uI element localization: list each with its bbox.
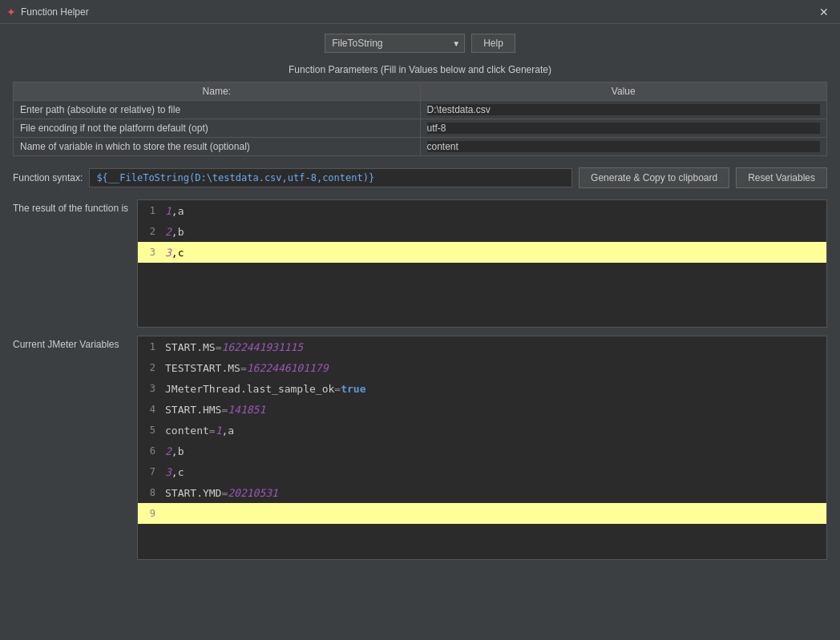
var-content-4: START.HMS=141851 bbox=[162, 402, 826, 417]
var-content-5: content=1,a bbox=[162, 423, 826, 438]
result-code-area: 1 1,a 2 2,b 3 3,c bbox=[137, 199, 827, 328]
help-button[interactable]: Help bbox=[471, 34, 515, 53]
variables-area: 1 START.MS=1622441931115 2 TESTSTART.MS=… bbox=[137, 336, 827, 560]
syntax-row: Function syntax: Generate & Copy to clip… bbox=[13, 167, 827, 188]
var-content-9 bbox=[162, 506, 826, 521]
var-line-7: 7 3,c bbox=[138, 461, 826, 482]
var-line-8: 8 START.YMD=20210531 bbox=[138, 482, 826, 503]
var-num-1: 1 bbox=[138, 341, 162, 352]
table-row: Name of variable in which to store the r… bbox=[14, 138, 827, 156]
result-line-empty bbox=[138, 263, 826, 327]
main-content: FileToString StringFromFile CSVRead Bean… bbox=[0, 24, 840, 570]
var-num-6: 6 bbox=[138, 445, 162, 457]
result-line-1: 1 1,a bbox=[138, 200, 826, 221]
var-num-7: 7 bbox=[138, 466, 162, 477]
var-num-3: 3 bbox=[138, 383, 162, 394]
title-bar: ✦ Function Helper ✕ bbox=[0, 0, 840, 24]
line-content-1: 1,a bbox=[162, 203, 826, 219]
function-dropdown-wrapper: FileToString StringFromFile CSVRead Bean… bbox=[325, 34, 465, 53]
syntax-label: Function syntax: bbox=[13, 172, 83, 183]
table-row: File encoding if not the platform defaul… bbox=[14, 119, 827, 138]
line-num-2: 2 bbox=[138, 226, 162, 237]
var-num-5: 5 bbox=[138, 425, 162, 436]
var-num-2: 2 bbox=[138, 362, 162, 373]
syntax-input[interactable] bbox=[89, 168, 572, 187]
var-line-4: 4 START.HMS=141851 bbox=[138, 399, 826, 420]
param-value-1[interactable] bbox=[420, 119, 827, 138]
title-bar-left: ✦ Function Helper bbox=[6, 6, 89, 18]
var-num-9: 9 bbox=[138, 508, 162, 519]
result-line-2: 2 2,b bbox=[138, 221, 826, 242]
var-content-8: START.YMD=20210531 bbox=[162, 485, 826, 501]
result-line-3: 3 3,c bbox=[138, 242, 826, 263]
param-value-2[interactable] bbox=[420, 138, 827, 156]
table-row: Enter path (absolute or relative) to fil… bbox=[14, 101, 827, 119]
var-line-9: 9 bbox=[138, 503, 826, 524]
generate-button[interactable]: Generate & Copy to clipboard bbox=[579, 167, 729, 188]
reset-button[interactable]: Reset Variables bbox=[736, 167, 827, 188]
line-content-2: 2,b bbox=[162, 224, 826, 239]
line-content-3: 3,c bbox=[162, 245, 826, 260]
param-value-0[interactable] bbox=[420, 101, 827, 119]
param-name-2: Name of variable in which to store the r… bbox=[14, 138, 421, 156]
app-icon: ✦ bbox=[6, 6, 16, 18]
var-num-8: 8 bbox=[138, 487, 162, 498]
line-num-3: 3 bbox=[138, 247, 162, 258]
param-name-1: File encoding if not the platform defaul… bbox=[14, 119, 421, 138]
params-table: Name: Value Enter path (absolute or rela… bbox=[13, 82, 827, 156]
var-content-3: JMeterThread.last_sample_ok=true bbox=[162, 381, 826, 396]
params-title: Function Parameters (Fill in Values belo… bbox=[13, 64, 827, 75]
param-name-0: Enter path (absolute or relative) to fil… bbox=[14, 101, 421, 119]
variables-section: Current JMeter Variables 1 START.MS=1622… bbox=[13, 336, 827, 560]
var-content-1: START.MS=1622441931115 bbox=[162, 340, 826, 355]
line-num-1: 1 bbox=[138, 205, 162, 216]
window-title: Function Helper bbox=[21, 6, 89, 18]
col-value-header: Value bbox=[420, 83, 827, 101]
var-line-3: 3 JMeterThread.last_sample_ok=true bbox=[138, 378, 826, 399]
var-line-1: 1 START.MS=1622441931115 bbox=[138, 336, 826, 357]
var-content-7: 3,c bbox=[162, 465, 826, 480]
result-section: The result of the function is 1 1,a 2 2,… bbox=[13, 199, 827, 328]
variables-label: Current JMeter Variables bbox=[13, 336, 137, 350]
col-name-header: Name: bbox=[14, 83, 421, 101]
function-select[interactable]: FileToString StringFromFile CSVRead Bean… bbox=[325, 34, 465, 53]
top-controls: FileToString StringFromFile CSVRead Bean… bbox=[13, 34, 827, 53]
var-num-4: 4 bbox=[138, 404, 162, 415]
result-label: The result of the function is bbox=[13, 199, 137, 214]
var-line-6: 6 2,b bbox=[138, 441, 826, 461]
var-content-2: TESTSTART.MS=1622446101179 bbox=[162, 360, 826, 376]
var-content-6: 2,b bbox=[162, 444, 826, 459]
var-line-5: 5 content=1,a bbox=[138, 420, 826, 441]
close-button[interactable]: ✕ bbox=[814, 4, 834, 20]
var-line-2: 2 TESTSTART.MS=1622446101179 bbox=[138, 357, 826, 378]
